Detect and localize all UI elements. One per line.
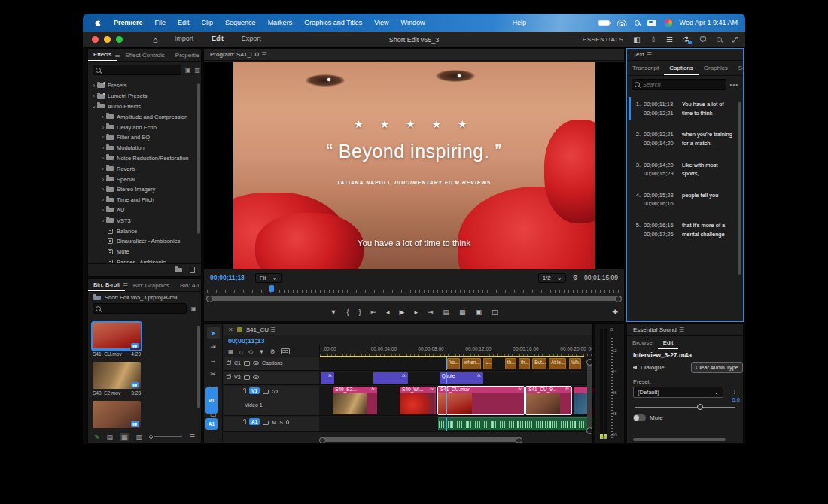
- program-mini-timeline[interactable]: [207, 286, 621, 293]
- bin-item[interactable]: ▮▮S40_E2.mov3:28: [93, 362, 141, 396]
- selection-tool[interactable]: ➤: [207, 327, 220, 339]
- panel-menu-icon[interactable]: ☰: [679, 326, 684, 333]
- clip-thumbnail[interactable]: ▮▮: [93, 323, 141, 350]
- save-preset-icon[interactable]: ↓: [733, 389, 737, 396]
- graphic-clip[interactable]: fx: [321, 372, 334, 384]
- menu-item-graphics-and-titles[interactable]: Graphics and Titles: [298, 19, 368, 26]
- workspaces-icon[interactable]: ☰: [666, 35, 673, 44]
- effects-tree-item[interactable]: ›Delay and Echo: [88, 122, 196, 132]
- edit-pencil-icon[interactable]: ✎: [94, 433, 100, 441]
- caption-clip[interactable]: At le...: [549, 358, 566, 369]
- effects-tree-item[interactable]: ›Amplitude and Compression: [88, 111, 196, 122]
- new-preset-bin-icon[interactable]: ▣: [185, 67, 191, 74]
- search-help-icon[interactable]: [717, 35, 722, 44]
- home-icon[interactable]: ⌂: [153, 35, 158, 44]
- lock-icon[interactable]: [242, 421, 246, 424]
- text-panel-title[interactable]: Text: [633, 51, 644, 58]
- effects-tree-item[interactable]: ›Filter and EQ: [88, 132, 196, 143]
- mute-track-button[interactable]: M: [272, 420, 276, 425]
- caption-text[interactable]: when you're training for a match.: [682, 130, 735, 147]
- tab-captions[interactable]: Captions: [664, 61, 699, 75]
- go-to-out-icon[interactable]: ⇥: [428, 308, 434, 316]
- settings-wrench-icon[interactable]: ⚙: [269, 348, 275, 355]
- program-current-timecode[interactable]: 00;00;11;13: [210, 274, 245, 281]
- caption-list-item[interactable]: 5.00;00;16;1600;00;17;26that it's more o…: [629, 218, 737, 241]
- tab-transcript[interactable]: Transcript: [627, 65, 664, 71]
- nav-import[interactable]: Import: [175, 35, 194, 44]
- clip-thumbnail[interactable]: ▮▮: [93, 401, 141, 428]
- playback-resolution-dropdown[interactable]: 1/2⌄: [538, 273, 567, 283]
- caption-text[interactable]: that it's more of a mental challenge: [682, 221, 735, 238]
- essential-sound-scrollbar[interactable]: [633, 438, 726, 441]
- maximize-window-button[interactable]: [116, 36, 123, 43]
- panel-menu-icon[interactable]: ☰: [114, 52, 120, 59]
- razor-tool[interactable]: ✂: [207, 368, 220, 379]
- nav-export[interactable]: Export: [242, 35, 261, 44]
- settings-wrench-icon[interactable]: ⚙: [572, 274, 578, 281]
- export-frame-icon[interactable]: ▣: [476, 308, 482, 316]
- source-patch-a1[interactable]: A1: [205, 418, 218, 430]
- close-sequence-icon[interactable]: ✕: [228, 326, 233, 333]
- effects-tree-item[interactable]: ›Stereo Imagery: [88, 184, 196, 195]
- apple-icon[interactable]: [93, 18, 102, 27]
- caption-list-item[interactable]: 2.00;00;12;2100;00;14;20when you're trai…: [629, 127, 737, 150]
- panel-menu-icon[interactable]: ☰: [123, 282, 128, 289]
- sequence-tab[interactable]: S41_CU: [246, 326, 269, 333]
- track-header[interactable]: C1Captions: [224, 357, 319, 371]
- effects-tree-item[interactable]: ›Time and Pitch: [88, 195, 196, 205]
- thumbnail-view-icon[interactable]: ▦: [120, 433, 129, 441]
- caption-text[interactable]: people tell you: [682, 191, 735, 208]
- nav-edit[interactable]: Edit: [212, 35, 224, 44]
- clear-audio-type-button[interactable]: Clear Audio Type: [691, 362, 743, 373]
- timeline-playhead[interactable]: [446, 417, 447, 431]
- share-export-icon[interactable]: ⇧: [650, 35, 656, 44]
- track-output-icon[interactable]: [253, 375, 259, 379]
- effects-tree-item[interactable]: Panner - Ambisonic: [88, 257, 196, 263]
- bin-item[interactable]: ▮▮S41_CU_9...4:00: [93, 401, 141, 428]
- go-to-in-icon[interactable]: ⇤: [370, 308, 376, 316]
- timeline-vertical-scrollbar[interactable]: [587, 359, 592, 434]
- insert-icon[interactable]: [263, 390, 269, 394]
- list-view-icon[interactable]: ▤: [107, 433, 114, 441]
- menu-item-file[interactable]: File: [149, 19, 172, 26]
- linked-selection-icon[interactable]: ◇: [248, 348, 253, 355]
- menu-item-markers[interactable]: Markers: [262, 19, 299, 26]
- menu-item-window[interactable]: Window: [395, 19, 431, 26]
- video-track-v1-content[interactable]: S40_E2...fxS40_Wi...fxS41_CU.movfxS41_CU…: [319, 386, 592, 416]
- snap-icon[interactable]: ∩: [239, 348, 244, 355]
- insert-icon[interactable]: [244, 361, 250, 366]
- tab-bin-b-roll[interactable]: Bin: B-roll: [88, 279, 125, 291]
- more-options-icon[interactable]: •••: [730, 81, 738, 88]
- preset-dropdown[interactable]: (Default)⌄ ↓: [633, 387, 723, 398]
- tab-effect-controls[interactable]: Effect Controls: [120, 52, 169, 59]
- timeline-playhead[interactable]: [446, 386, 447, 415]
- clip-thumbnail[interactable]: ▮▮: [93, 362, 141, 389]
- track-output-icon[interactable]: [253, 361, 259, 365]
- video-track-v2-content[interactable]: fxfxQuotefx: [319, 372, 592, 385]
- track-select-tool[interactable]: ⇥: [207, 341, 220, 352]
- caption-text[interactable]: You have a lot of time to think: [682, 100, 735, 117]
- timeline-horizontal-scrollbar[interactable]: [319, 437, 522, 442]
- track-target-a1[interactable]: A1: [249, 418, 260, 425]
- track-target-v1[interactable]: V1: [249, 387, 260, 394]
- effects-tree-item[interactable]: ›VST3: [88, 215, 196, 226]
- caption-clip[interactable]: L...: [483, 358, 492, 369]
- tab-browse[interactable]: Browse: [627, 339, 658, 346]
- search-options-icon[interactable]: ▣: [190, 305, 196, 312]
- menu-item-sequence[interactable]: Sequence: [219, 19, 262, 26]
- extract-icon[interactable]: ▦: [459, 308, 466, 316]
- caption-list-item[interactable]: 1.00;00;11;1300;00;12;21You have a lot o…: [629, 97, 737, 120]
- track-header[interactable]: V2: [224, 372, 319, 385]
- tab-bin-graphics[interactable]: Bin: Graphics: [128, 282, 175, 289]
- caption-clip[interactable]: th...: [519, 358, 530, 369]
- bin-item[interactable]: ▮▮S41_CU.mov4:29: [93, 323, 141, 357]
- captions-search-input[interactable]: [632, 79, 726, 90]
- close-window-button[interactable]: [92, 36, 99, 43]
- button-editor-icon[interactable]: ✚: [612, 308, 618, 316]
- nest-icon[interactable]: ▦: [228, 348, 234, 355]
- lift-icon[interactable]: ▤: [443, 308, 449, 316]
- effects-tree-item[interactable]: Binauralizer - Ambisonics: [88, 236, 196, 247]
- play-icon[interactable]: ▶: [399, 308, 404, 316]
- effects-tree-item[interactable]: ⌄Audio Effects: [88, 102, 196, 112]
- tab-bin-au[interactable]: Bin: Au: [175, 282, 201, 289]
